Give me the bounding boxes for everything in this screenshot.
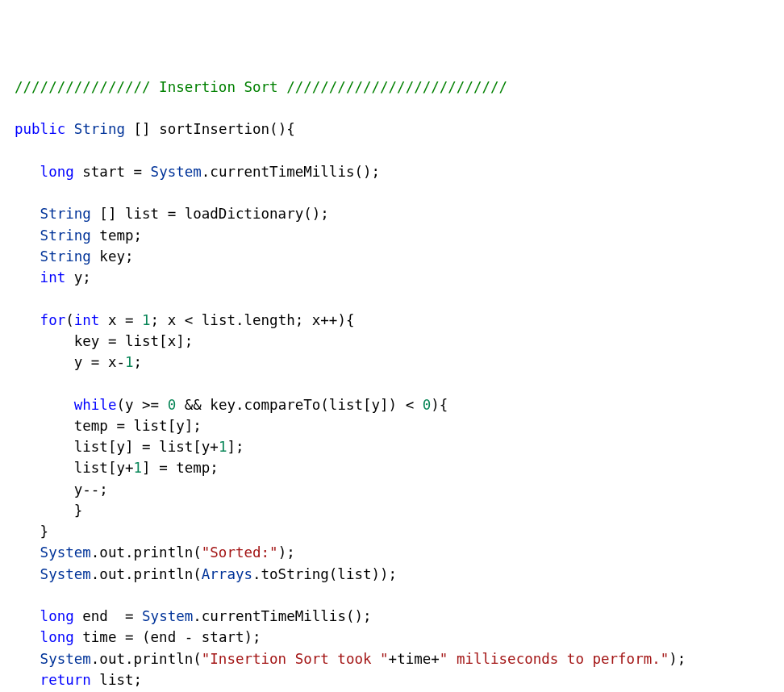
code-token: long: [40, 164, 74, 180]
code-line: int y;: [15, 267, 769, 288]
code-line: System.out.println("Sorted:");: [15, 542, 769, 563]
code-token: "Insertion Sort took ": [202, 651, 389, 667]
code-line: [15, 288, 769, 309]
code-token: [15, 629, 40, 645]
code-token: [15, 651, 40, 667]
code-token: ; x < list.length; x++){: [151, 312, 355, 328]
code-token: .out.println(: [91, 544, 202, 561]
code-line: [15, 140, 769, 161]
code-line: System.out.println("Insertion Sort took …: [15, 648, 769, 669]
code-token: 0: [168, 397, 177, 413]
code-token: temp = list[y];: [15, 418, 202, 434]
code-token: .toString(list));: [252, 566, 397, 582]
code-line: [15, 373, 769, 394]
code-token: System: [142, 608, 193, 624]
code-line: y--;: [15, 479, 769, 500]
code-line: temp = list[y];: [15, 415, 769, 436]
code-token: start =: [74, 164, 151, 180]
code-token: while: [74, 397, 117, 413]
code-token: 0: [423, 397, 432, 413]
code-line: [15, 98, 769, 119]
code-line: //////////////// Insertion Sort ////////…: [15, 77, 769, 98]
code-token: System: [151, 164, 202, 180]
code-token: }: [15, 502, 82, 519]
code-token: long: [40, 629, 74, 645]
code-line: key = list[x];: [15, 331, 769, 352]
code-token: y--;: [15, 481, 108, 498]
code-token: list;: [91, 672, 142, 688]
code-line: y = x-1;: [15, 352, 769, 373]
code-token: System: [40, 544, 91, 561]
code-token: for: [40, 312, 66, 328]
code-token: x =: [99, 312, 142, 328]
code-line: String key;: [15, 246, 769, 267]
code-token: Arrays: [202, 566, 252, 582]
code-token: temp;: [91, 227, 142, 244]
code-token: [15, 312, 40, 328]
code-token: 1: [134, 460, 143, 476]
code-line: }: [15, 521, 769, 542]
code-token: 1: [142, 312, 151, 328]
code-line: }: [15, 500, 769, 521]
code-token: String: [40, 248, 91, 265]
code-token: [15, 248, 40, 265]
code-token: [] list = loadDictionary();: [91, 206, 329, 222]
code-block: //////////////// Insertion Sort ////////…: [15, 77, 769, 692]
code-token: [15, 227, 40, 244]
code-line: public String [] sortInsertion(){: [15, 119, 769, 140]
code-token: String: [74, 121, 125, 137]
code-token: y;: [65, 269, 91, 286]
code-token: key;: [91, 248, 134, 265]
code-token: && key.compareTo(list[y]) <: [176, 397, 423, 413]
code-line: list[y+1] = temp;: [15, 457, 769, 478]
code-token: //////////////// Insertion Sort ////////…: [15, 79, 507, 95]
code-token: long: [40, 608, 74, 624]
code-line: [15, 585, 769, 606]
code-token: System: [40, 566, 91, 582]
code-line: [15, 182, 769, 203]
code-token: 1: [125, 354, 134, 370]
code-token: public: [15, 121, 65, 137]
code-token: (y >=: [116, 397, 167, 413]
code-token: list[y] = list[y+: [15, 439, 219, 455]
code-line: String [] list = loadDictionary();: [15, 203, 769, 224]
code-token: 1: [219, 439, 227, 455]
code-line: for(int x = 1; x < list.length; x++){: [15, 310, 769, 331]
code-token: "Sorted:": [202, 544, 278, 561]
code-line: long start = System.currentTimeMillis();: [15, 161, 769, 182]
code-token: ;: [134, 354, 143, 370]
code-token: " milliseconds to perform.": [440, 651, 669, 667]
code-token: [15, 566, 40, 582]
code-token: ];: [227, 439, 244, 455]
code-token: [15, 164, 40, 180]
code-token: int: [74, 312, 100, 328]
code-token: .currentTimeMillis();: [202, 164, 380, 180]
code-token: int: [40, 269, 66, 286]
code-line: long time = (end - start);: [15, 627, 769, 648]
code-token: );: [669, 651, 686, 667]
code-token: [15, 608, 40, 624]
code-line: System.out.println(Arrays.toString(list)…: [15, 564, 769, 585]
code-token: [15, 206, 40, 222]
code-token: [15, 397, 74, 413]
code-token: y = x-: [15, 354, 125, 370]
code-token: .currentTimeMillis();: [193, 608, 371, 624]
code-token: );: [278, 544, 295, 561]
code-token: [15, 544, 40, 561]
code-token: String: [40, 206, 91, 222]
code-line: String temp;: [15, 225, 769, 246]
code-token: [15, 672, 40, 688]
code-token: String: [40, 227, 91, 244]
code-token: (: [65, 312, 74, 328]
code-token: .out.println(: [91, 566, 202, 582]
code-line: return list;: [15, 669, 769, 690]
code-token: [65, 121, 74, 137]
code-token: return: [40, 672, 91, 688]
code-token: ){: [431, 397, 448, 413]
code-line: while(y >= 0 && key.compareTo(list[y]) <…: [15, 394, 769, 415]
code-token: }: [15, 523, 48, 540]
code-token: list[y+: [15, 460, 134, 476]
code-token: +time+: [389, 651, 440, 667]
code-token: .out.println(: [91, 651, 202, 667]
code-token: time = (end - start);: [74, 629, 261, 645]
